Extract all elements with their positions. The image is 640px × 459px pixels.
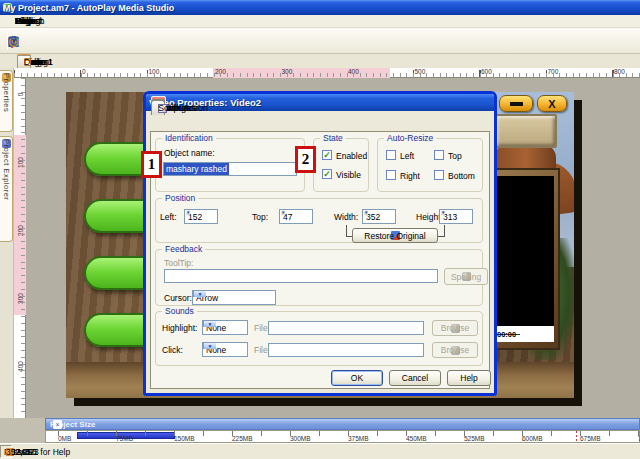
project-size-scale: 0MB75MB150MB225MB300MB375MB450MB525MB600… [45, 430, 640, 443]
project-size-header: Project Size ↻ × [45, 418, 640, 430]
identification-group: Identification Object name: mashary rash… [155, 138, 305, 192]
height-spinner[interactable]: 313▲▼ [439, 209, 473, 224]
top-spinner[interactable]: 47▲▼ [279, 209, 313, 224]
ruler-label: 400 [348, 68, 359, 75]
restore-connector-right [438, 225, 445, 237]
object-name-label: Object name: [164, 148, 215, 158]
dialog-tab-label: Script [158, 103, 181, 113]
checkbox-label: Enabled [336, 151, 367, 161]
minimize-icon [510, 102, 523, 106]
state-row: ✓Visible [314, 169, 368, 183]
chevron-down-icon[interactable]: ▼ [193, 291, 206, 297]
status-bar: Press F1 for Help 47 MB 392,256 152, 47 … [0, 443, 640, 459]
click-file-input[interactable] [268, 343, 424, 357]
enabled-checkbox[interactable]: ✓ [322, 150, 332, 160]
horizontal-ruler: 0100200300400500600700800 [14, 68, 640, 78]
ruler-label: 300 [17, 293, 24, 305]
spin-down-icon[interactable]: ▼ [441, 210, 445, 215]
left-label: Left: [160, 212, 177, 222]
top-label: Top: [252, 212, 268, 222]
ok-button[interactable]: OK [331, 370, 383, 386]
canvas-close-button[interactable]: X [537, 95, 567, 112]
group-title: Auto-Resize [384, 133, 436, 143]
cancel-button[interactable]: Cancel [389, 370, 441, 386]
help-button[interactable]: Help [447, 370, 491, 386]
ruler-selection-highlight [213, 68, 390, 78]
spin-down-icon[interactable]: ▼ [364, 210, 368, 215]
highlight-sound-dropdown[interactable]: None▼ [202, 320, 248, 335]
width-label: Width: [334, 212, 358, 222]
top-checkbox[interactable] [434, 150, 444, 160]
page-tab-dialog1[interactable]: Dialog1 [17, 55, 31, 68]
help-button[interactable]: ?▼ [4, 31, 23, 51]
ruler-label: 700 [548, 68, 559, 75]
wood-panel [494, 114, 557, 148]
ruler-label: 200 [17, 225, 24, 237]
file-label: File [254, 345, 268, 355]
page-tab-label: Dialog1 [24, 57, 53, 67]
cursor-dropdown[interactable]: Arrow ▼ [192, 290, 276, 305]
dropdown-arrow-icon[interactable]: ▼ [12, 39, 16, 43]
chevron-down-icon[interactable]: ▼ [203, 321, 216, 327]
canvas-minimize-button[interactable] [499, 95, 533, 112]
browse-label: Browse [441, 345, 469, 355]
highlight-browse-button: Browse [432, 320, 478, 336]
group-title: Sounds [162, 306, 197, 316]
cursor-label: Cursor: [164, 293, 192, 303]
restore-original-button[interactable]: Restore Original [352, 228, 438, 243]
click-sound-dropdown[interactable]: None▼ [202, 342, 248, 357]
video-controls[interactable]: 00:00 [492, 326, 554, 342]
dialog-tab-script[interactable]: Script [151, 100, 165, 115]
sidebar-tab-properties[interactable]: Properties [0, 70, 13, 132]
position-group: Position Restore Original Left:152▲▼Top:… [155, 198, 483, 243]
ruler-label: 200 [215, 68, 226, 75]
feedback-group: Feedback ToolTip: Spelling Cursor: Arrow… [155, 249, 483, 306]
close-icon[interactable]: × [53, 420, 62, 429]
vertical-ruler: 0100200300400 [14, 78, 26, 418]
group-title: State [320, 133, 346, 143]
highlight-file-input[interactable] [268, 321, 424, 335]
visible-checkbox[interactable]: ✓ [322, 169, 332, 179]
tooltip-input[interactable] [164, 269, 438, 283]
status-dimensions-value: 352x313 [6, 447, 39, 457]
ruler-label: 600 [481, 68, 492, 75]
menu-help[interactable]: Help [8, 16, 41, 26]
bottom-checkbox[interactable] [434, 170, 444, 180]
auto-resize-cell: Top [378, 150, 482, 164]
ruler-label: 0 [17, 89, 24, 101]
autoplay-media-studio-window: My Project.am7 - AutoPlay Media Studio F… [0, 0, 640, 459]
video-time-label: 00:00 [497, 330, 516, 339]
scale-label: 75MB [116, 435, 133, 442]
file-label: File [254, 323, 268, 333]
group-title: Position [162, 193, 198, 203]
scale-label: 375MB [348, 435, 369, 442]
window-titlebar[interactable]: My Project.am7 - AutoPlay Media Studio [0, 0, 640, 15]
checkbox-label: Top [448, 151, 462, 161]
auto-resize-cell: Bottom [378, 170, 482, 184]
width-spinner[interactable]: 352▲▼ [362, 209, 396, 224]
callout-1: 1 [141, 151, 162, 178]
checkbox-label: Visible [336, 170, 361, 180]
project-size-panel: Project Size ↻ × 0MB75MB150MB225MB300MB3… [45, 418, 640, 443]
state-group: State ✓Enabled✓Visible [313, 138, 369, 192]
scale-label: 600MB [522, 435, 543, 442]
scale-label: 150MB [174, 435, 195, 442]
scale-label: 300MB [290, 435, 311, 442]
sidebar-tab-project-explorer[interactable]: Project Explorer [0, 136, 13, 242]
project-size-row: Project Size ↻ × 0MB75MB150MB225MB300MB3… [0, 418, 640, 443]
toolbar: ✶▤▦✂▥▨↶↷▼▭A✎◪⊞▢◉ƒe☻⊙▼+×⊙⊞⊠⊡▣◎?▼ [0, 28, 640, 54]
scale-label: 0MB [58, 435, 71, 442]
video-screen [492, 176, 554, 326]
left-spinner[interactable]: 152▲▼ [184, 209, 218, 224]
sidebar-tab-label: Project Explorer [2, 139, 11, 200]
highlight-sound-label: Highlight: [162, 323, 197, 333]
spin-down-icon[interactable]: ▼ [186, 210, 190, 215]
spin-down-icon[interactable]: ▼ [281, 210, 285, 215]
object-name-input[interactable]: mashary rashed [163, 162, 297, 176]
ruler-label: 800 [614, 68, 625, 75]
ruler-label: 500 [415, 68, 426, 75]
group-title: Identification [162, 133, 216, 143]
spelling-button: Spelling [444, 268, 488, 285]
chevron-down-icon[interactable]: ▼ [203, 343, 216, 349]
status-dimensions: 352x313 [0, 445, 12, 458]
